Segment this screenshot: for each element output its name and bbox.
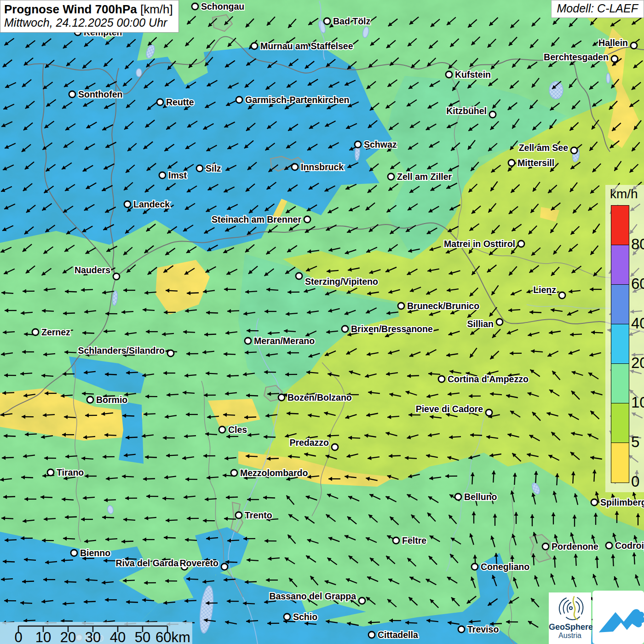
city-label: Zell am Ziller	[397, 172, 452, 182]
city-marker	[292, 164, 298, 170]
lake	[136, 69, 142, 77]
city-label: Bienno	[80, 548, 110, 558]
city-marker	[388, 173, 394, 180]
city-label: Cittadella	[378, 630, 418, 640]
city-marker	[304, 216, 310, 223]
city-label: Brixen/Bressanone	[351, 324, 433, 334]
city-label: Schio	[293, 612, 317, 622]
city-label: Nauders	[75, 265, 110, 275]
city-label: Schongau	[201, 1, 244, 12]
legend-color-bar	[611, 205, 629, 483]
city-marker	[69, 91, 75, 98]
city-label: Garmisch-Partenkirchen	[245, 95, 350, 105]
city-marker	[496, 319, 503, 325]
city-marker	[113, 273, 120, 280]
city-label: Rovereto	[179, 558, 218, 568]
city-marker	[124, 201, 131, 207]
city-marker	[542, 543, 549, 550]
city-label: Codroipo	[615, 540, 644, 551]
city-label: Bruneck/Brunico	[407, 301, 479, 311]
city-label: Reutte	[166, 97, 194, 107]
city-marker	[359, 598, 365, 604]
city-marker	[231, 470, 237, 476]
city-label: Predazzo	[289, 437, 329, 448]
city-label: Belluno	[464, 492, 497, 502]
city-label: Steinach am Brenner	[212, 214, 301, 224]
city-marker	[508, 160, 515, 166]
city-marker	[236, 512, 242, 518]
legend-tick-label: 0	[631, 473, 644, 490]
city-marker	[324, 18, 330, 24]
legend-tick-label: 60	[631, 275, 644, 293]
city-label: Sterzing/Vipiteno	[305, 276, 378, 287]
legend-tick-label: 5	[631, 433, 644, 451]
city-label: Zell am See	[519, 143, 568, 153]
map-title-unit: [km/h]	[137, 2, 173, 16]
city-marker	[47, 469, 54, 476]
city-marker	[284, 614, 290, 620]
city-marker	[438, 376, 445, 382]
weather-map-page: SchongauBad TölzKemptenMurnau am Staffel…	[0, 0, 644, 644]
legend-segment-60	[611, 245, 629, 285]
mountain-wave-icon	[592, 591, 644, 644]
city-marker	[296, 273, 302, 279]
city-label: Landeck	[133, 199, 170, 209]
city-marker	[332, 444, 338, 450]
city-marker	[455, 494, 461, 500]
city-label: Mezzolombardo	[240, 468, 308, 478]
city-label: Meran/Merano	[254, 336, 315, 346]
city-marker	[159, 172, 166, 178]
city-marker	[167, 350, 174, 356]
legend-tick-label: 40	[631, 315, 644, 332]
contour-lines-icon	[555, 594, 585, 621]
lake	[606, 73, 610, 83]
geosphere-org-label: GeoSphere	[549, 623, 591, 632]
scale-bar-label: 20	[60, 629, 76, 644]
city-marker	[591, 499, 598, 506]
city-marker	[393, 537, 399, 544]
city-marker	[571, 147, 577, 154]
city-marker	[71, 550, 77, 556]
city-label: Zernez	[41, 327, 70, 337]
city-marker	[219, 426, 225, 433]
city-marker	[278, 394, 285, 401]
city-label: Cortina d'Ampezzo	[448, 374, 529, 384]
map-title-box: Prognose Wind 700hPa [km/h] Mittwoch, 24…	[0, 0, 179, 33]
city-marker	[472, 564, 478, 570]
city-label: Lienz	[533, 285, 556, 295]
city-label: Cles	[228, 425, 247, 435]
city-marker	[458, 626, 465, 632]
city-label: Schwaz	[364, 139, 397, 150]
city-label: Kufstein	[455, 69, 491, 80]
legend-segment-5	[611, 403, 629, 443]
city-marker	[559, 292, 565, 299]
city-marker	[518, 241, 524, 247]
map-subtitle: Mittwoch, 24.12.2025 00:00 Uhr	[4, 16, 173, 29]
city-label: Bormio	[96, 395, 127, 405]
city-label: Sillian	[467, 319, 494, 329]
city-label: Bozen/Bolzano	[288, 392, 352, 402]
city-label: Berchtesgaden	[544, 52, 609, 62]
city-marker	[236, 97, 242, 103]
scale-bar-ruler: 0102030405060km	[0, 622, 192, 644]
legend-segment-40	[611, 285, 629, 324]
city-marker	[355, 141, 361, 148]
city-marker	[398, 303, 404, 309]
city-marker	[192, 3, 198, 10]
map-title: Prognose Wind 700hPa	[4, 2, 137, 16]
city-label: Pordenone	[552, 541, 598, 552]
city-marker	[446, 71, 452, 78]
city-label: Bad Tölz	[333, 16, 370, 26]
city-label: Trento	[245, 510, 272, 520]
page-title: Prognose Wind 700hPa [km/h]	[4, 3, 173, 16]
city-marker	[87, 397, 93, 403]
legend-tick-label: 20	[631, 354, 644, 372]
legend-tick-label: 80	[631, 236, 644, 253]
city-label: Mittersill	[518, 158, 554, 168]
city-label: Hallein	[598, 38, 628, 48]
city-label: Matrei in Osttirol	[444, 239, 515, 249]
city-marker	[606, 542, 612, 549]
geosphere-country-label: Austria	[549, 632, 591, 640]
legend-segment-10	[611, 364, 629, 403]
map-scale-bar: 0102030405060km	[0, 622, 192, 644]
